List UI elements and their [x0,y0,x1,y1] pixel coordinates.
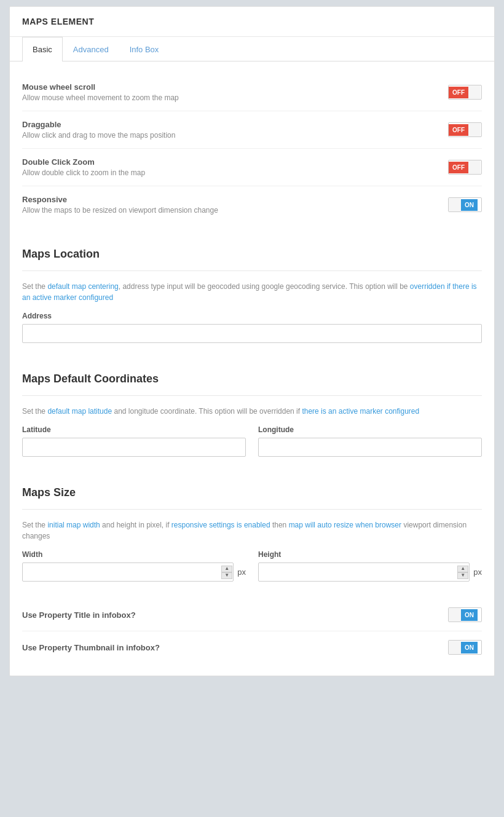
use-property-title-toggle-track [449,608,461,622]
height-input-wrap: ▲ ▼ px [258,562,482,582]
size-fields: Width ▲ ▼ px Height [22,550,482,582]
use-property-thumbnail-toggle-track [449,641,461,654]
maps-size-section: Maps Size Set the initial map width and … [22,474,482,582]
draggable-info: Draggable Allow click and drag to move t… [22,120,175,140]
mouse-wheel-scroll-info: Mouse wheel scroll Allow mouse wheel mov… [22,82,179,102]
responsive-toggle-track-left [449,198,461,211]
draggable-desc: Allow click and drag to move the maps po… [22,131,175,140]
size-desc-link2: responsive settings is enabled [171,521,270,529]
double-click-zoom-desc: Allow double click to zoom in the map [22,168,145,177]
latitude-label: Latitude [22,425,246,434]
draggable-row: Draggable Allow click and drag to move t… [22,111,482,149]
draggable-toggle-track [468,123,481,136]
latitude-input[interactable] [22,438,246,457]
coordinates-fields: Latitude Longitude [22,425,482,457]
panel-header: MAPS ELEMENT [10,7,494,37]
height-spinner-down[interactable]: ▼ [457,572,468,579]
double-click-zoom-label: Double Click Zoom [22,157,145,167]
height-spinner-wrap: ▲ ▼ [258,562,470,582]
use-property-title-row: Use Property Title in infobox? ON [22,599,482,631]
height-label: Height [258,550,482,559]
double-click-zoom-toggle-track [468,160,481,174]
tab-advanced[interactable]: Advanced [63,37,119,61]
width-spinner-up[interactable]: ▲ [221,566,232,572]
height-spinner-up[interactable]: ▲ [457,566,468,572]
use-property-title-label: Use Property Title in infobox? [22,610,136,620]
longitude-label: Longitude [258,425,482,434]
maps-coordinates-section: Maps Default Coordinates Set the default… [22,360,482,457]
height-field-group: Height ▲ ▼ px [258,550,482,582]
use-property-title-toggle-on[interactable]: ON [461,609,478,621]
latitude-field-group: Latitude [22,425,246,457]
maps-location-section: Maps Location Set the default map center… [22,235,482,343]
width-input-wrap: ▲ ▼ px [22,562,246,582]
width-input[interactable] [22,562,234,582]
tabs-bar: Basic Advanced Info Box [10,37,494,61]
draggable-toggle[interactable]: OFF [448,122,482,137]
maps-coordinates-title: Maps Default Coordinates [22,360,482,392]
mouse-wheel-scroll-toggle[interactable]: OFF [448,85,482,100]
width-spinner-wrap: ▲ ▼ [22,562,234,582]
longitude-input[interactable] [258,438,482,457]
maps-size-desc: Set the initial map width and height in … [22,519,482,542]
double-click-zoom-info: Double Click Zoom Allow double click to … [22,157,145,177]
content-area: Mouse wheel scroll Allow mouse wheel mov… [10,61,494,676]
height-spinner-arrows: ▲ ▼ [457,566,468,579]
tab-infobox[interactable]: Info Box [119,37,170,61]
double-click-zoom-toggle-off[interactable]: OFF [449,162,468,173]
size-desc-link3: map will auto resize when browser [289,521,401,529]
maps-location-desc-link1: default map centering [47,282,118,291]
width-field-group: Width ▲ ▼ px [22,550,246,582]
maps-coordinates-divider [22,395,482,396]
maps-location-divider [22,270,482,271]
panel-title: MAPS ELEMENT [22,17,94,26]
longitude-field-group: Longitude [258,425,482,457]
toggle-settings-group: Mouse wheel scroll Allow mouse wheel mov… [22,74,482,223]
height-px-label: px [473,567,482,577]
maps-size-title: Maps Size [22,474,482,505]
draggable-label: Draggable [22,120,175,129]
use-property-title-toggle[interactable]: ON [448,607,482,622]
coord-desc-link1: default map latitude [47,407,112,416]
double-click-zoom-row: Double Click Zoom Allow double click to … [22,149,482,186]
width-spinner-down[interactable]: ▼ [221,572,232,579]
height-input[interactable] [258,562,470,582]
draggable-toggle-off[interactable]: OFF [449,124,468,136]
mouse-wheel-scroll-row: Mouse wheel scroll Allow mouse wheel mov… [22,74,482,111]
use-property-thumbnail-info: Use Property Thumbnail in infobox? [22,643,160,652]
use-property-thumbnail-toggle[interactable]: ON [448,640,482,655]
width-label: Width [22,550,246,559]
maps-element-panel: MAPS ELEMENT Basic Advanced Info Box Mou… [9,6,495,676]
infobox-settings-group: Use Property Title in infobox? ON Use Pr… [22,599,482,663]
responsive-toggle[interactable]: ON [448,197,482,212]
maps-coordinates-desc: Set the default map latitude and longitu… [22,406,482,417]
double-click-zoom-toggle[interactable]: OFF [448,160,482,175]
responsive-toggle-on[interactable]: ON [461,199,478,211]
use-property-thumbnail-toggle-on[interactable]: ON [461,642,478,653]
address-input[interactable] [22,324,482,343]
size-desc-link1: initial map width [47,521,100,529]
width-px-label: px [237,567,246,577]
maps-size-divider [22,509,482,510]
use-property-thumbnail-label: Use Property Thumbnail in infobox? [22,643,160,652]
mouse-wheel-scroll-desc: Allow mouse wheel movement to zoom the m… [22,93,179,102]
mouse-wheel-scroll-label: Mouse wheel scroll [22,82,179,92]
responsive-label: Responsive [22,195,218,204]
maps-location-title: Maps Location [22,235,482,267]
use-property-thumbnail-row: Use Property Thumbnail in infobox? ON [22,631,482,663]
responsive-row: Responsive Allow the maps to be resized … [22,186,482,223]
mouse-wheel-scroll-toggle-track [468,85,481,99]
width-spinner-arrows: ▲ ▼ [221,566,232,579]
coord-desc-link2: there is an active marker configured [302,407,419,416]
mouse-wheel-scroll-toggle-off[interactable]: OFF [449,87,468,98]
tab-basic[interactable]: Basic [22,37,63,61]
address-label: Address [22,312,482,320]
use-property-title-info: Use Property Title in infobox? [22,610,136,620]
maps-location-desc: Set the default map centering, address t… [22,281,482,303]
responsive-info: Responsive Allow the maps to be resized … [22,195,218,215]
responsive-desc: Allow the maps to be resized on viewport… [22,206,218,215]
